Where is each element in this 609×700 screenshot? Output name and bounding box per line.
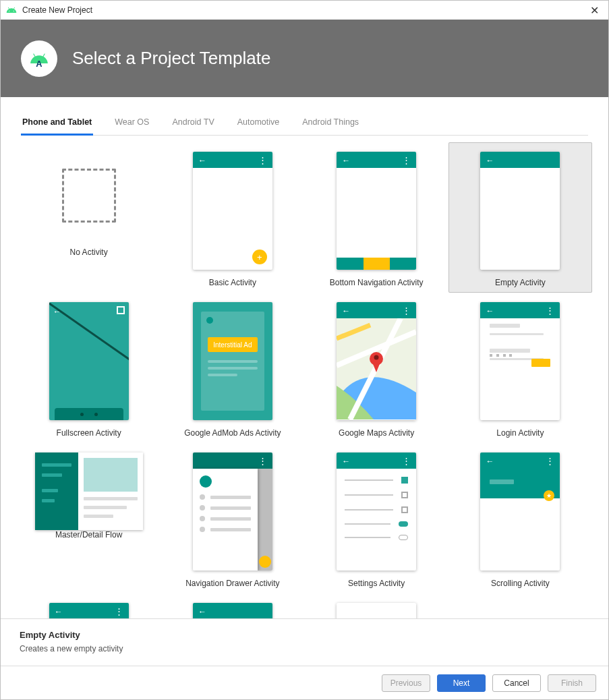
cancel-button[interactable]: Cancel bbox=[492, 674, 541, 692]
window-title: Create New Project bbox=[22, 5, 586, 15]
fab-icon: + bbox=[252, 250, 267, 264]
tab-strip: Phone and Tablet Wear OS Android TV Auto… bbox=[1, 97, 608, 136]
svg-text:A: A bbox=[36, 58, 42, 67]
page-title: Select a Project Template bbox=[72, 48, 270, 69]
checkbox-icon bbox=[401, 477, 408, 484]
template-navigation-drawer[interactable]: Navigation Drawer Activity bbox=[161, 443, 304, 593]
thumbnail: + bbox=[193, 152, 272, 270]
thumbnail bbox=[49, 603, 129, 618]
tab-android-things[interactable]: Android Things bbox=[301, 113, 360, 135]
template-detail: Empty Activity Creates a new empty activ… bbox=[1, 618, 608, 666]
template-label: Login Activity bbox=[496, 428, 544, 438]
svg-point-3 bbox=[374, 355, 379, 360]
thumbnail bbox=[480, 152, 560, 270]
template-bottom-navigation[interactable]: Bottom Navigation Activity bbox=[305, 142, 448, 293]
thumbnail bbox=[49, 152, 129, 239]
template-label: No Activity bbox=[70, 247, 108, 257]
tab-wear-os[interactable]: Wear OS bbox=[113, 113, 150, 135]
thumbnail: ★ bbox=[480, 453, 560, 571]
wizard-header: A Select a Project Template bbox=[1, 20, 608, 97]
template-empty-activity[interactable]: Empty Activity bbox=[448, 142, 592, 293]
toggle-off-icon bbox=[399, 535, 408, 540]
thumbnail bbox=[337, 453, 416, 571]
thumbnail bbox=[193, 453, 272, 571]
thumbnail bbox=[337, 302, 416, 420]
thumbnail bbox=[35, 453, 143, 530]
star-icon: ★ bbox=[544, 490, 554, 501]
template-label: Master/Detail Flow bbox=[55, 530, 122, 539]
thumbnail bbox=[337, 152, 416, 270]
previous-button[interactable]: Previous bbox=[382, 674, 430, 692]
template-card[interactable] bbox=[305, 593, 448, 618]
android-icon bbox=[6, 5, 17, 16]
thumbnail: Interstitial Ad bbox=[193, 302, 272, 420]
toggle-on-icon bbox=[399, 521, 408, 527]
next-button[interactable]: Next bbox=[437, 674, 486, 692]
template-scrolling[interactable]: ★ Scrolling Activity bbox=[448, 443, 592, 593]
template-card[interactable] bbox=[161, 593, 304, 618]
template-label: Fullscreen Activity bbox=[57, 428, 121, 438]
title-bar: Create New Project ✕ bbox=[1, 1, 608, 20]
template-label: Google Maps Activity bbox=[339, 428, 414, 438]
template-google-maps[interactable]: Google Maps Activity bbox=[305, 293, 448, 443]
template-settings[interactable]: Settings Activity bbox=[305, 443, 448, 593]
template-master-detail[interactable]: Master/Detail Flow bbox=[17, 443, 161, 593]
template-label: Scrolling Activity bbox=[491, 579, 550, 588]
template-fullscreen[interactable]: Fullscreen Activity bbox=[17, 293, 161, 443]
overflow-icon bbox=[258, 155, 267, 165]
template-label: Google AdMob Ads Activity bbox=[184, 428, 281, 438]
tab-android-tv[interactable]: Android TV bbox=[171, 113, 215, 135]
template-label: Basic Activity bbox=[209, 278, 256, 287]
thumbnail bbox=[480, 302, 560, 420]
template-no-activity[interactable]: No Activity bbox=[17, 142, 161, 293]
tab-phone-tablet[interactable]: Phone and Tablet bbox=[21, 113, 93, 136]
thumbnail bbox=[193, 603, 272, 618]
template-admob[interactable]: Interstitial Ad Google AdMob Ads Activit… bbox=[161, 293, 304, 443]
template-basic-activity[interactable]: + Basic Activity bbox=[161, 142, 304, 293]
ad-label: Interstitial Ad bbox=[208, 337, 258, 352]
template-login[interactable]: Login Activity bbox=[448, 293, 592, 443]
detail-title: Empty Activity bbox=[20, 630, 589, 640]
fullscreen-icon bbox=[117, 306, 125, 314]
thumbnail bbox=[337, 603, 416, 618]
studio-logo-icon: A bbox=[21, 40, 57, 77]
template-label: Settings Activity bbox=[348, 579, 405, 588]
finish-button[interactable]: Finish bbox=[548, 674, 596, 692]
template-label: Bottom Navigation Activity bbox=[330, 278, 424, 287]
template-grid-scroll[interactable]: No Activity + Basic Activity Bottom Navi… bbox=[1, 136, 608, 618]
template-label: Empty Activity bbox=[495, 278, 546, 287]
close-icon[interactable]: ✕ bbox=[586, 4, 603, 17]
detail-description: Creates a new empty activity bbox=[20, 644, 589, 653]
thumbnail bbox=[49, 302, 129, 420]
tab-automotive[interactable]: Automotive bbox=[236, 113, 281, 135]
template-label: Navigation Drawer Activity bbox=[185, 579, 279, 588]
back-arrow-icon bbox=[198, 156, 206, 164]
wizard-actions: Previous Next Cancel Finish bbox=[1, 666, 608, 699]
template-card[interactable] bbox=[17, 593, 161, 618]
